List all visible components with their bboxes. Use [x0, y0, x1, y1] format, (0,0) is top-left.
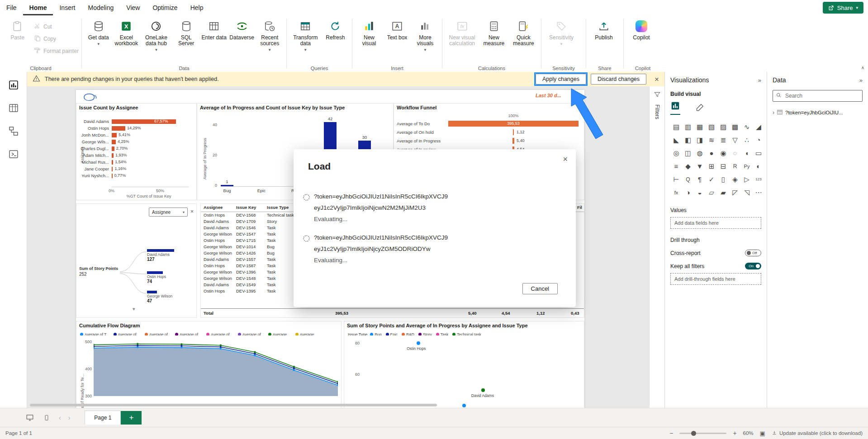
visual-type-icon[interactable]: ▥	[682, 120, 694, 133]
menu-file[interactable]: File	[0, 0, 23, 15]
visual-type-icon[interactable]: ◨	[694, 133, 706, 146]
visual-type-icon[interactable]: ◹	[741, 186, 753, 199]
visual-type-icon[interactable]: ◎	[670, 146, 682, 160]
build-visual-tab[interactable]	[670, 101, 680, 115]
visual-type-icon[interactable]: ◸	[729, 186, 741, 199]
menu-optimize[interactable]: Optimize	[146, 0, 184, 15]
visual-type-icon[interactable]: ✓	[706, 173, 717, 186]
visual-type-icon[interactable]: ◆	[682, 160, 694, 173]
visual-type-icon[interactable]: ≡	[670, 160, 682, 173]
keep-all-filters-toggle[interactable]: On	[745, 263, 761, 269]
model-view-icon[interactable]	[8, 126, 19, 137]
cut-button[interactable]: Cut	[34, 23, 79, 31]
visual-type-icon[interactable]: ●	[706, 146, 717, 160]
visual-type-icon[interactable]: ◣	[670, 133, 682, 146]
visual-story-points-scatter[interactable]: Sum of Story Points and Average of In Pr…	[344, 321, 584, 408]
new-measure-button[interactable]: New measure	[479, 17, 508, 49]
visual-type-icon[interactable]: ◍	[694, 146, 706, 160]
visual-type-icon[interactable]: ▯	[717, 173, 729, 186]
visual-type-icon[interactable]: ◈	[729, 173, 741, 186]
visual-type-icon[interactable]: ∿	[741, 120, 753, 133]
visual-type-icon[interactable]: ◌	[729, 146, 741, 160]
add-data-fields-dropzone[interactable]: Add data fields here	[670, 217, 761, 229]
visual-type-icon[interactable]: ∴	[741, 133, 753, 146]
visual-type-icon[interactable]: ▱	[706, 186, 717, 199]
new-visual-button[interactable]: New visual	[355, 17, 383, 49]
page-tab[interactable]: Page 1	[85, 411, 121, 425]
zoom-out-button[interactable]: −	[669, 430, 673, 437]
visual-type-icon[interactable]: ▧	[706, 120, 717, 133]
text-box-button[interactable]: A Text box	[383, 17, 411, 43]
visual-type-icon[interactable]: Py	[741, 160, 753, 173]
filters-pane-collapsed[interactable]: Filters	[649, 86, 664, 408]
visual-type-icon[interactable]: ▰	[717, 186, 729, 199]
visual-type-icon[interactable]: ◐	[753, 160, 764, 173]
tree-expand-down-icon[interactable]: ▾	[133, 306, 135, 312]
visual-type-icon[interactable]: ◖	[741, 146, 753, 160]
visual-type-icon[interactable]: ⊞	[706, 160, 717, 173]
visual-cumulative-flow[interactable]: Cumulative Flow Diagram Average of T...A…	[76, 321, 342, 408]
report-view-icon[interactable]	[8, 80, 19, 90]
excel-workbook-button[interactable]: X Excel workbook	[113, 17, 141, 49]
menu-modeling[interactable]: Modeling	[81, 0, 120, 15]
menu-view[interactable]: View	[120, 0, 146, 15]
visual-type-icon[interactable]: 123	[753, 173, 764, 186]
share-button[interactable]: Share ▾	[823, 2, 863, 14]
menu-help[interactable]: Help	[184, 0, 210, 15]
desktop-layout-icon[interactable]	[25, 414, 34, 422]
transform-data-button[interactable]: Transform data▼	[289, 17, 322, 55]
visual-type-icon[interactable]: ▽	[729, 133, 741, 146]
sql-server-button[interactable]: SQL Server	[172, 17, 200, 49]
visual-type-icon[interactable]: ▭	[753, 146, 764, 160]
menu-insert[interactable]: Insert	[53, 0, 81, 15]
sensitivity-button[interactable]: Sensitivity▼	[544, 17, 579, 49]
visual-type-icon[interactable]: ◧	[682, 133, 694, 146]
visual-type-icon[interactable]: ▤	[670, 120, 682, 133]
visual-decomposition-tree[interactable]: Assignee▾ × Sum of Story Points 252 Davi…	[76, 203, 197, 318]
zoom-slider-handle[interactable]	[691, 431, 696, 436]
visual-type-icon[interactable]: fx	[670, 186, 682, 199]
get-data-button[interactable]: Get data▼	[85, 17, 113, 49]
visual-type-icon[interactable]: ◔	[753, 133, 764, 146]
dataverse-button[interactable]: Dataverse	[228, 17, 256, 43]
zoom-slider[interactable]	[679, 433, 726, 434]
next-page-icon[interactable]: ›	[68, 414, 71, 421]
visual-type-icon[interactable]: ◢	[753, 120, 764, 133]
copilot-button[interactable]: Copilot	[626, 17, 656, 43]
visual-type-icon[interactable]: ◑	[682, 186, 694, 199]
fit-to-page-icon[interactable]: ▣	[760, 430, 765, 437]
apply-changes-button[interactable]: Apply changes	[536, 74, 586, 85]
more-visuals-button[interactable]: More visuals▼	[411, 17, 439, 55]
format-visual-tab[interactable]	[696, 103, 705, 115]
mobile-layout-icon[interactable]	[43, 414, 50, 422]
dialog-close-icon[interactable]: ×	[563, 155, 568, 164]
visual-type-icon[interactable]: ▼	[694, 160, 706, 173]
new-page-button[interactable]: +	[121, 411, 142, 425]
paste-button[interactable]: Paste	[3, 17, 32, 43]
dax-query-view-icon[interactable]	[8, 149, 19, 160]
collapse-ribbon-icon[interactable]: ∧	[861, 65, 864, 70]
banner-close-icon[interactable]: ×	[655, 76, 659, 83]
menu-home[interactable]: Home	[23, 0, 53, 15]
visual-issue-count-by-assignee[interactable]: Issue Count by Assignee Assignee 0% 50% …	[76, 103, 197, 200]
visual-type-icon[interactable]: ◉	[717, 146, 729, 160]
zoom-in-button[interactable]: +	[733, 430, 736, 437]
quick-measure-button[interactable]: Quick measure	[509, 17, 538, 49]
discard-changes-button[interactable]: Discard changes	[591, 74, 646, 85]
visual-type-icon[interactable]: ▩	[729, 120, 741, 133]
visual-type-icon[interactable]: ≋	[706, 133, 717, 146]
table-view-icon[interactable]	[8, 103, 19, 113]
visual-type-icon[interactable]: ▷	[741, 173, 753, 186]
visual-type-icon[interactable]: R	[729, 160, 741, 173]
visual-type-icon[interactable]: ¶	[694, 173, 706, 186]
visual-type-icon[interactable]: ▦	[694, 120, 706, 133]
cancel-button[interactable]: Cancel	[522, 283, 558, 294]
visual-type-icon[interactable]: ≣	[717, 133, 729, 146]
visual-type-icon[interactable]: ⋯	[753, 186, 764, 199]
semantic-model-table-item[interactable]: › ?token=eyJhbGciOiJIU...	[773, 109, 863, 116]
collapse-pane-icon[interactable]: »	[859, 77, 863, 84]
publish-button[interactable]: Publish	[589, 17, 619, 43]
canvas-horizontal-scrollbar[interactable]	[30, 404, 437, 406]
recent-sources-button[interactable]: Recent sources▼	[256, 17, 284, 55]
refresh-button[interactable]: Refresh	[322, 17, 349, 43]
